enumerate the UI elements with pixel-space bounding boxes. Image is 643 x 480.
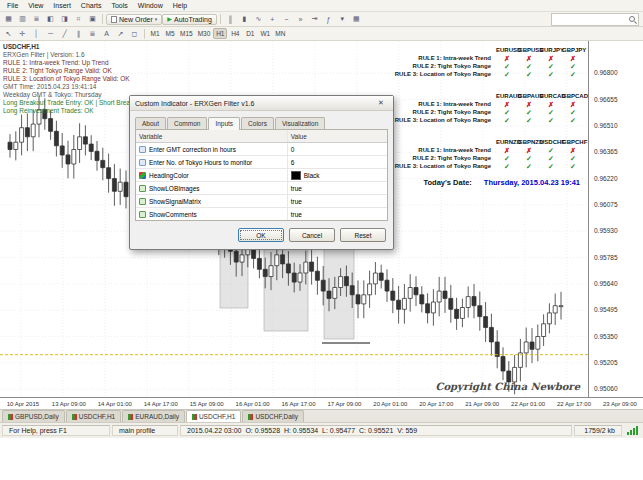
data-window-icon[interactable]: ◧	[44, 14, 57, 25]
color-swatch	[291, 171, 301, 180]
dialog-tab-inputs[interactable]: Inputs	[208, 117, 240, 130]
close-icon[interactable]: ✕	[374, 99, 388, 107]
pass-mark-icon: ✓	[518, 155, 540, 162]
market-watch-icon[interactable]: ≣	[30, 14, 43, 25]
channel-icon[interactable]: ∥	[72, 28, 85, 39]
shapes-icon[interactable]: ◻	[128, 28, 141, 39]
chart-tab[interactable]: EURAUD,Daily	[122, 410, 185, 422]
timeframe-d1[interactable]: D1	[243, 28, 257, 39]
search-input[interactable]	[552, 15, 627, 24]
toolbar-mid-icons: ║▮∿+−»⇥ƒ▾▦	[224, 14, 363, 25]
chart-tab-label: GBPUSD,Daily	[15, 413, 59, 420]
time-tick-label: 22 Apr 17:00	[551, 401, 597, 407]
timeframe-m5[interactable]: M5	[163, 28, 177, 39]
time-tick-label: 10 Apr 2015	[0, 401, 46, 407]
input-row[interactable]: HeadingColorBlack	[136, 169, 387, 182]
chart-tab-icon	[72, 414, 77, 420]
templates-icon[interactable]: ▦	[350, 14, 363, 25]
vertical-line-icon[interactable]: │	[30, 28, 43, 39]
dialog-title: Custom Indicator - ERXGen Filter v1.6	[135, 100, 374, 107]
time-axis[interactable]: 10 Apr 201513 Apr 09:0014 Apr 01:0014 Ap…	[0, 397, 643, 409]
chart-tab[interactable]: USDCHF,H1	[66, 410, 121, 422]
new-chart-icon[interactable]: ▦	[2, 14, 15, 25]
crosshair-icon[interactable]: ✛	[16, 28, 29, 39]
toolbar-left-icons: ▦▥≣◧◨⌗▣	[2, 14, 99, 25]
pass-mark-icon: ✓	[496, 63, 518, 70]
cancel-button[interactable]: Cancel	[289, 228, 335, 242]
timeframe-m1[interactable]: M1	[148, 28, 162, 39]
menu-tools[interactable]: Tools	[106, 1, 132, 10]
time-tick-label: 16 Apr 17:00	[276, 401, 322, 407]
bool-input-icon	[139, 198, 146, 205]
chart-tab[interactable]: USDCHF,H1	[186, 410, 241, 422]
bar-chart-icon[interactable]: ║	[224, 14, 237, 25]
rule-label: RULE 2: Tight Tokyo Range	[391, 63, 496, 69]
horizontal-line-icon[interactable]: ─	[44, 28, 57, 39]
candlestick-chart-icon[interactable]: ▮	[238, 14, 251, 25]
trendline-icon[interactable]: ╱	[58, 28, 71, 39]
line-chart-icon[interactable]: ∿	[252, 14, 265, 25]
input-row[interactable]: ShowCommentstrue	[136, 208, 387, 220]
arrow-icon[interactable]: ↗	[114, 28, 127, 39]
timeframe-m15[interactable]: M15	[178, 28, 195, 39]
menu-help[interactable]: Help	[168, 1, 192, 10]
fail-mark-icon: ✗	[518, 147, 540, 154]
timeframe-h1[interactable]: H1	[213, 28, 227, 39]
periods-icon[interactable]: ▾	[336, 14, 349, 25]
autotrading-button[interactable]: ▶ AutoTrading	[162, 14, 217, 25]
new-order-button[interactable]: New Order ▾	[106, 14, 162, 25]
zoom-out-icon[interactable]: −	[280, 14, 293, 25]
strategy-tester-icon[interactable]: ▣	[86, 14, 99, 25]
fail-mark-icon: ✗	[496, 101, 518, 108]
reset-button[interactable]: Reset	[340, 228, 386, 242]
timeframe-h4[interactable]: H4	[228, 28, 242, 39]
chart-tab[interactable]: GBPUSD,Daily	[2, 410, 65, 422]
menu-bar: FileViewInsertChartsToolsWindowHelp	[0, 0, 643, 12]
indicators-icon[interactable]: ƒ	[322, 14, 335, 25]
input-row[interactable]: ShowLOBImagestrue	[136, 182, 387, 195]
input-row[interactable]: Enter GMT correction in hours0	[136, 143, 387, 156]
text-icon[interactable]: A	[100, 28, 113, 39]
timeframe-w1[interactable]: W1	[258, 28, 272, 39]
pass-mark-icon: ✓	[496, 109, 518, 116]
timeframe-buttons: M1M5M15M30H1H4D1W1MN	[148, 28, 287, 39]
pair-label: EURAUD	[496, 93, 518, 99]
menu-window[interactable]: Window	[133, 1, 168, 10]
bool-input-icon	[139, 185, 146, 192]
fail-mark-icon: ✗	[496, 55, 518, 62]
fail-mark-icon: ✗	[540, 101, 562, 108]
input-row[interactable]: ShowSignalMatrixtrue	[136, 195, 387, 208]
profiles-icon[interactable]: ▥	[16, 14, 29, 25]
status-profile[interactable]: main profile	[112, 425, 178, 436]
pass-mark-icon: ✓	[496, 155, 518, 162]
price-tick-label: 0.96510	[594, 122, 618, 129]
menu-charts[interactable]: Charts	[76, 1, 107, 10]
pass-mark-icon: ✓	[540, 71, 562, 78]
search-icon[interactable]	[627, 14, 638, 25]
auto-scroll-icon[interactable]: »	[294, 14, 307, 25]
terminal-icon[interactable]: ⌗	[72, 14, 85, 25]
navigator-icon[interactable]: ◨	[58, 14, 71, 25]
dialog-title-bar[interactable]: Custom Indicator - ERXGen Filter v1.6 ✕	[130, 96, 393, 111]
menu-view[interactable]: View	[23, 1, 48, 10]
menu-insert[interactable]: Insert	[48, 1, 76, 10]
cursor-icon[interactable]: ↖	[2, 28, 15, 39]
chart-tab-label: USDCHF,H1	[79, 413, 115, 420]
column-value: Value	[288, 130, 387, 142]
chevron-down-icon: ▾	[155, 16, 158, 22]
chart-tab[interactable]: USDCHF,Daily	[242, 410, 304, 422]
chart-shift-icon[interactable]: ⇥	[308, 14, 321, 25]
input-row[interactable]: Enter No. of Tokyo Hours to monitor6	[136, 156, 387, 169]
price-axis[interactable]: 0.968000.966550.965100.963650.962200.960…	[589, 41, 643, 397]
autotrading-label: AutoTrading	[174, 16, 212, 23]
input-variable: Enter GMT correction in hours	[149, 146, 236, 153]
fibonacci-icon[interactable]: ≣	[86, 28, 99, 39]
pass-mark-icon: ✓	[562, 163, 584, 170]
zoom-in-icon[interactable]: +	[266, 14, 279, 25]
signal-matrix: EURUSDGBPUSDEURJPYGBPJPYRULE 1: Intra-we…	[391, 46, 584, 184]
menu-file[interactable]: File	[2, 1, 23, 10]
timeframe-m30[interactable]: M30	[196, 28, 213, 39]
ok-button[interactable]: OK	[238, 228, 284, 242]
timeframe-mn[interactable]: MN	[273, 28, 287, 39]
rule-label: RULE 2: Tight Tokyo Range	[391, 155, 496, 161]
